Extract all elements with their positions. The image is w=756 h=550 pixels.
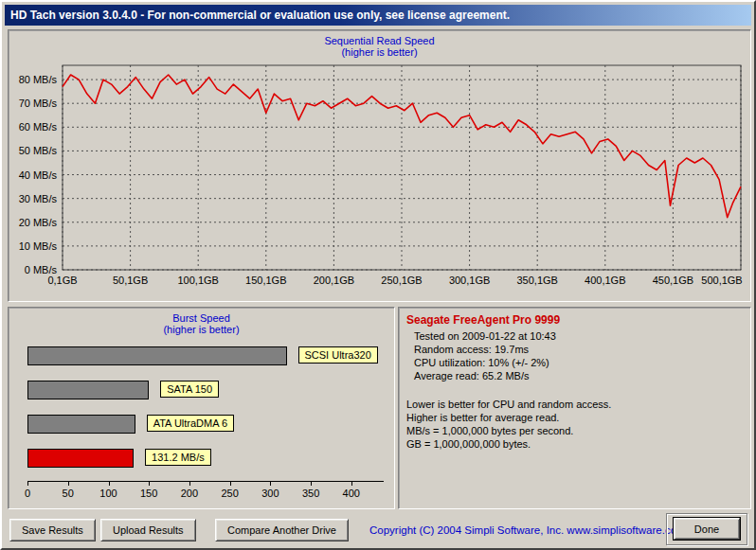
axis-tick — [68, 481, 69, 486]
y-tick-label: 50 MB/s — [18, 145, 57, 156]
info-note: MB/s = 1,000,000 bytes per second. — [406, 424, 743, 437]
window-title: HD Tach version 3.0.4.0 - For non-commer… — [10, 9, 510, 22]
axis-tick — [27, 481, 28, 486]
info-note: Higher is better for average read. — [406, 411, 743, 424]
axis-tick-label: 200 — [177, 488, 202, 499]
axis-tick-label: 0 — [15, 488, 40, 499]
axis-tick-label: 150 — [136, 488, 161, 499]
random-access-text: Random access: 19.7ms — [414, 343, 743, 356]
upload-results-button[interactable]: Upload Results — [100, 519, 196, 541]
burst-bar — [27, 415, 135, 434]
save-results-button[interactable]: Save Results — [9, 519, 96, 541]
info-note: GB = 1,000,000,000 bytes. — [406, 437, 743, 451]
done-button-frame: Done — [666, 513, 747, 545]
plot-border — [63, 65, 741, 270]
burst-bar — [27, 381, 149, 399]
y-tick-label: 20 MB/s — [18, 217, 57, 228]
y-tick-label: 60 MB/s — [18, 121, 57, 133]
axis-tick — [189, 481, 190, 486]
axis-tick — [149, 481, 150, 486]
burst-speed-chart: SCSI Ultra320SATA 150ATA UltraDMA 6131.2… — [24, 339, 388, 502]
x-tick-label: 150,1GB — [245, 275, 286, 286]
burst-bar-label: 131.2 MB/s — [145, 449, 211, 466]
burst-x-axis — [27, 481, 384, 482]
sequential-read-title: Sequential Read Speed — [9, 35, 750, 46]
axis-tick-label: 400 — [339, 488, 364, 499]
done-button[interactable]: Done — [674, 518, 740, 540]
y-tick-label: 80 MB/s — [18, 74, 57, 85]
x-tick-label: 100,1GB — [177, 275, 218, 286]
sequential-read-panel: Sequential Read Speed (higher is better)… — [8, 29, 751, 302]
axis-tick — [230, 481, 231, 486]
axis-tick — [270, 481, 271, 486]
x-tick-label: 250,1GB — [381, 275, 422, 286]
copyright-text: Copyright (C) 2004 Simpli Software, Inc.… — [369, 524, 686, 536]
info-note: Lower is better for CPU and random acces… — [406, 398, 743, 411]
burst-bar-label: SCSI Ultra320 — [298, 346, 378, 364]
drive-name: Seagate FreeAgent Pro 9999 — [406, 313, 743, 327]
x-tick-label: 400,1GB — [585, 275, 625, 286]
drive-info-panel: Seagate FreeAgent Pro 9999 Tested on 200… — [398, 307, 751, 509]
cpu-utilization-text: CPU utilization: 10% (+/- 2%) — [414, 356, 743, 369]
x-tick-label: 0,1GB — [47, 275, 77, 286]
info-notes: Lower is better for CPU and random acces… — [406, 398, 743, 451]
y-tick-label: 40 MB/s — [18, 169, 57, 181]
y-tick-label: 70 MB/s — [18, 98, 57, 109]
app-window: HD Tach version 3.0.4.0 - For non-commer… — [0, 0, 756, 550]
tested-on-text: Tested on 2009-01-22 at 10:43 — [414, 329, 743, 343]
x-tick-label: 300,1GB — [448, 275, 489, 286]
burst-bar-label: SATA 150 — [160, 381, 219, 398]
burst-bar-label: ATA UltraDMA 6 — [147, 415, 234, 432]
axis-tick — [311, 481, 312, 486]
axis-tick-label: 100 — [97, 488, 121, 499]
y-tick-label: 10 MB/s — [18, 240, 57, 252]
title-bar[interactable]: HD Tach version 3.0.4.0 - For non-commer… — [5, 5, 751, 26]
burst-speed-subtitle: (higher is better) — [9, 324, 394, 335]
burst-bar — [27, 346, 287, 365]
axis-tick-label: 50 — [56, 488, 81, 499]
axis-tick-label: 350 — [298, 488, 323, 499]
x-tick-label: 200,1GB — [313, 275, 353, 286]
burst-speed-panel: Burst Speed (higher is better) SCSI Ultr… — [8, 307, 395, 509]
y-tick-label: 0 MB/s — [24, 264, 57, 275]
x-tick-label: 450,1GB — [652, 275, 693, 286]
sequential-read-subtitle: (higher is better) — [9, 46, 750, 58]
burst-bar — [27, 449, 134, 468]
x-tick-label: 50,1GB — [112, 275, 147, 286]
average-read-text: Average read: 65.2 MB/s — [414, 369, 743, 382]
axis-tick-label: 250 — [218, 488, 243, 499]
x-tick-label: 500,1GB — [701, 275, 742, 286]
axis-tick-label: 300 — [258, 488, 282, 499]
burst-speed-title: Burst Speed — [9, 312, 394, 324]
axis-tick — [109, 481, 110, 486]
sequential-read-chart: 0,1GB50,1GB100,1GB150,1GB200,1GB250,1GB3… — [11, 60, 748, 293]
y-tick-label: 30 MB/s — [18, 193, 57, 204]
compare-another-drive-button[interactable]: Compare Another Drive — [215, 519, 349, 541]
x-tick-label: 350,1GB — [516, 275, 557, 286]
axis-tick — [351, 481, 352, 486]
